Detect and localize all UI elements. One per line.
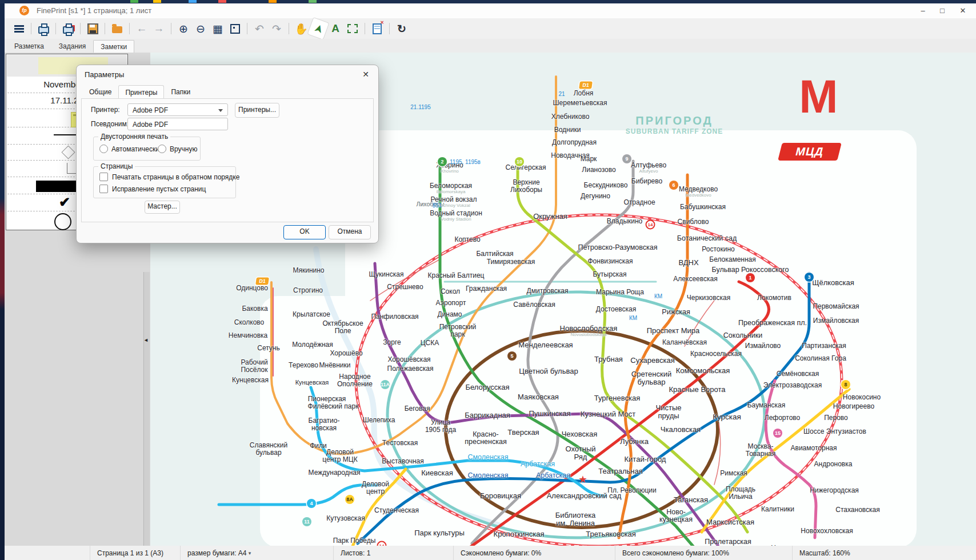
close-button[interactable]: ✕ bbox=[953, 3, 973, 18]
zoom-in-icon[interactable]: ⊕ bbox=[175, 21, 192, 37]
fix-blank-checkbox[interactable]: Исправление пустых страниц bbox=[99, 185, 206, 193]
printer-select-value: Adobe PDF bbox=[133, 106, 168, 114]
dialog-close-icon[interactable]: ✕ bbox=[362, 70, 369, 79]
tab-Задания[interactable]: Задания bbox=[51, 39, 93, 53]
filled-rect-sample bbox=[36, 181, 82, 192]
station-label: Перово bbox=[824, 414, 848, 422]
print-delete-icon[interactable] bbox=[59, 21, 77, 37]
dialog-tab-Принтеры[interactable]: Принтеры bbox=[118, 85, 164, 99]
toolbar-separator bbox=[389, 23, 390, 34]
ok-button[interactable]: OK bbox=[283, 225, 326, 239]
station-label: Кузнецкий Мост bbox=[581, 410, 635, 418]
pages-group-label: Страницы bbox=[98, 162, 135, 170]
alias-label: Псевдоним: bbox=[91, 120, 129, 128]
fit-page-icon[interactable] bbox=[226, 21, 243, 37]
station-label: Красные Ворота bbox=[669, 386, 725, 394]
station-label: ЦСКА bbox=[421, 339, 439, 347]
line-badge: 14 bbox=[377, 541, 387, 546]
multi-page-icon[interactable]: ▦ bbox=[209, 21, 226, 37]
duplex-auto-radio[interactable]: Автоматически bbox=[99, 145, 159, 153]
station-label: Филёвский парк bbox=[308, 403, 359, 410]
menu-icon bbox=[14, 25, 24, 33]
station-label: Красный Балтиец bbox=[428, 272, 485, 279]
station-label: Кутузовская bbox=[326, 515, 365, 522]
station-label: Таганская bbox=[674, 496, 708, 504]
checkbox-icon[interactable] bbox=[99, 185, 108, 193]
station-label: Шереметьевская bbox=[553, 99, 607, 107]
station-label: Охотный Ряд bbox=[565, 445, 595, 461]
delete-page-icon bbox=[373, 23, 382, 34]
save-icon bbox=[87, 23, 98, 34]
station-label: Петровско-Разумовская bbox=[578, 244, 658, 251]
line-badge: 11А bbox=[381, 380, 390, 389]
text-note-icon[interactable]: A bbox=[327, 21, 344, 37]
line-badge: 14 bbox=[646, 220, 655, 230]
printer-select[interactable]: Adobe PDF bbox=[127, 103, 228, 116]
station-label: Одинцово bbox=[236, 285, 268, 292]
station-label: Киевская bbox=[421, 469, 453, 477]
zoom-out-icon[interactable]: ⊖ bbox=[192, 21, 209, 37]
diamond-sample bbox=[61, 145, 75, 159]
status-paper-size[interactable]: размер бумаги: A4 ▾ bbox=[181, 546, 334, 560]
forward-icon[interactable]: → bbox=[150, 21, 167, 37]
cursor-icon[interactable]: ➤ bbox=[308, 18, 329, 39]
refresh-icon[interactable]: ↻ bbox=[393, 21, 410, 37]
station-label: Театральная bbox=[598, 467, 643, 475]
select-icon[interactable] bbox=[344, 21, 361, 37]
chevron-down-icon bbox=[218, 109, 223, 112]
undo-icon[interactable]: ↶ bbox=[251, 21, 268, 37]
station-label: Площадь Ильича bbox=[726, 486, 755, 500]
duplex-manual-radio[interactable]: Вручную bbox=[158, 145, 197, 153]
save-icon[interactable] bbox=[84, 21, 101, 37]
minimize-button[interactable]: – bbox=[913, 3, 933, 18]
station-label: Коптево bbox=[454, 236, 480, 243]
maximize-button[interactable]: □ bbox=[933, 3, 952, 18]
duplex-group: Двусторонняя печать Автоматически Вручну… bbox=[93, 137, 201, 161]
status-page: Страница 1 из 1 (А3) bbox=[90, 546, 181, 560]
station-label: Дегунино bbox=[581, 193, 610, 200]
back-icon[interactable]: ← bbox=[133, 21, 150, 37]
pan-icon[interactable]: ✋ bbox=[293, 21, 310, 37]
print-icon[interactable] bbox=[35, 21, 52, 37]
station-label: Чистые пруды bbox=[656, 404, 682, 419]
station-label: Тверская bbox=[507, 429, 539, 437]
station-label: Фили bbox=[310, 442, 327, 450]
station-label: Андроновка bbox=[814, 461, 853, 468]
station-label: Верхние Лихоборы bbox=[510, 179, 542, 193]
station-label: Чеховская bbox=[562, 430, 598, 438]
station-label: Немчиновка bbox=[229, 332, 267, 339]
station-label: Шелепиха bbox=[363, 417, 395, 424]
station-label: Шоссе Энтузиастов bbox=[803, 428, 866, 435]
station-label: Белорусская bbox=[466, 383, 510, 391]
collapse-arrow-icon[interactable]: ◄ bbox=[143, 337, 149, 343]
checkbox-icon[interactable] bbox=[99, 173, 108, 181]
duplex-auto-label: Автоматически bbox=[111, 145, 159, 153]
station-label: Аэропорт bbox=[436, 299, 466, 307]
route-note: КМ bbox=[654, 293, 662, 299]
dialog-tab-Папки[interactable]: Папки bbox=[164, 85, 197, 99]
station-label: Новохохловская bbox=[801, 527, 853, 535]
panel-splitter[interactable]: ◄ bbox=[143, 272, 150, 546]
reverse-pages-checkbox[interactable]: Печатать страницы в обратном порядке bbox=[99, 173, 239, 181]
open-icon[interactable] bbox=[109, 21, 126, 37]
radio-icon[interactable] bbox=[158, 145, 166, 153]
delete-page-icon[interactable] bbox=[369, 21, 386, 37]
dialog-tab-Общие[interactable]: Общие bbox=[82, 85, 118, 99]
window-title: FinePrint [s1 *] 1 страница; 1 лист bbox=[37, 6, 151, 15]
tab-Заметки[interactable]: Заметки bbox=[93, 40, 134, 53]
station-label: Щёлковская bbox=[812, 279, 854, 287]
toolbar: ←→⊕⊖▦↶↷✋➤A↻ bbox=[5, 18, 976, 39]
station-label: Деловой центр МЦК bbox=[322, 449, 357, 463]
redo-icon[interactable]: ↷ bbox=[268, 21, 285, 37]
printers-button[interactable]: Принтеры... bbox=[235, 103, 279, 118]
pages-group: Страницы Печатать страницы в обратном по… bbox=[93, 166, 236, 198]
station-label: Сухаревская bbox=[630, 357, 674, 365]
cancel-button[interactable]: Отмена bbox=[329, 225, 371, 239]
menu-icon[interactable] bbox=[10, 21, 27, 37]
station-label: Ростокино bbox=[702, 246, 734, 253]
tab-Разметка[interactable]: Разметка bbox=[7, 39, 51, 53]
alias-field[interactable]: Adobe PDF bbox=[127, 118, 228, 130]
station-label: Сокольники bbox=[723, 332, 762, 339]
radio-icon[interactable] bbox=[99, 145, 108, 153]
wizard-button[interactable]: Мастер... bbox=[145, 201, 180, 214]
